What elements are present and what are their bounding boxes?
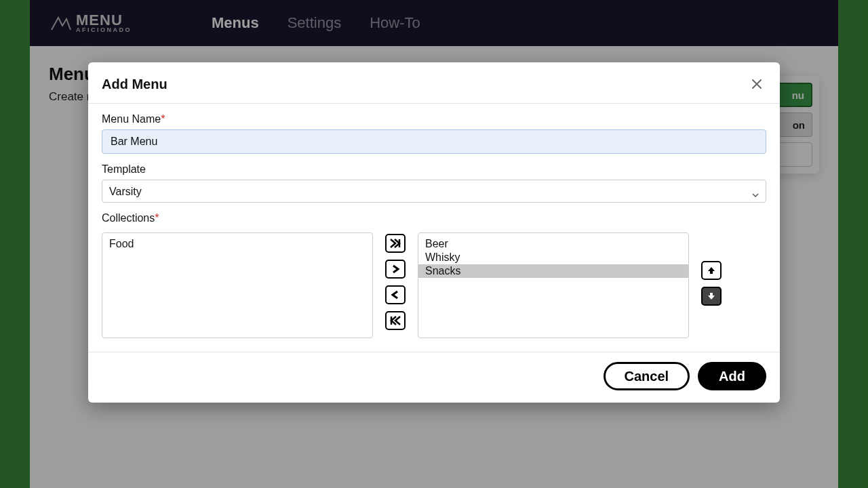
list-item[interactable]: Whisky xyxy=(418,251,688,264)
menu-name-group: Menu Name* xyxy=(102,113,766,163)
modal-footer: Cancel Add xyxy=(88,352,780,403)
modal-body: Menu Name* Template Varsity Collections*… xyxy=(88,104,780,352)
move-all-left-button[interactable] xyxy=(385,311,406,330)
available-list[interactable]: Food xyxy=(102,232,373,338)
move-up-button[interactable] xyxy=(701,261,722,280)
close-icon[interactable] xyxy=(747,75,766,94)
list-item[interactable]: Food xyxy=(102,237,372,251)
collections-label-text: Collections xyxy=(102,212,155,224)
modal-header: Add Menu xyxy=(88,62,780,104)
transfer-buttons xyxy=(385,232,406,330)
list-item[interactable]: Snacks xyxy=(418,264,688,278)
reorder-buttons xyxy=(701,232,722,306)
move-left-button[interactable] xyxy=(385,285,406,304)
cancel-button[interactable]: Cancel xyxy=(604,362,690,390)
required-asterisk: * xyxy=(155,212,159,224)
template-group: Template Varsity xyxy=(102,163,766,212)
move-right-button[interactable] xyxy=(385,260,406,279)
collections-group: Collections* Food xyxy=(102,212,766,338)
cancel-button-label: Cancel xyxy=(625,369,669,384)
required-asterisk: * xyxy=(161,113,165,125)
menu-name-label-text: Menu Name xyxy=(102,113,161,125)
move-down-button[interactable] xyxy=(701,287,722,306)
modal-title: Add Menu xyxy=(102,77,167,92)
dual-listbox: Food BeerWhiskySnacks xyxy=(102,232,766,338)
menu-name-label: Menu Name* xyxy=(102,113,165,125)
move-all-right-button[interactable] xyxy=(385,234,406,253)
list-item[interactable]: Beer xyxy=(418,237,688,251)
template-select[interactable]: Varsity xyxy=(102,180,766,203)
menu-name-input[interactable] xyxy=(102,129,766,154)
collections-label: Collections* xyxy=(102,212,159,224)
selected-list[interactable]: BeerWhiskySnacks xyxy=(418,232,689,338)
template-select-wrap: Varsity xyxy=(102,180,766,212)
template-label: Template xyxy=(102,163,146,176)
add-button-label: Add xyxy=(719,369,745,384)
add-button[interactable]: Add xyxy=(698,362,766,390)
add-menu-modal: Add Menu Menu Name* Template Varsity Col… xyxy=(88,62,780,403)
